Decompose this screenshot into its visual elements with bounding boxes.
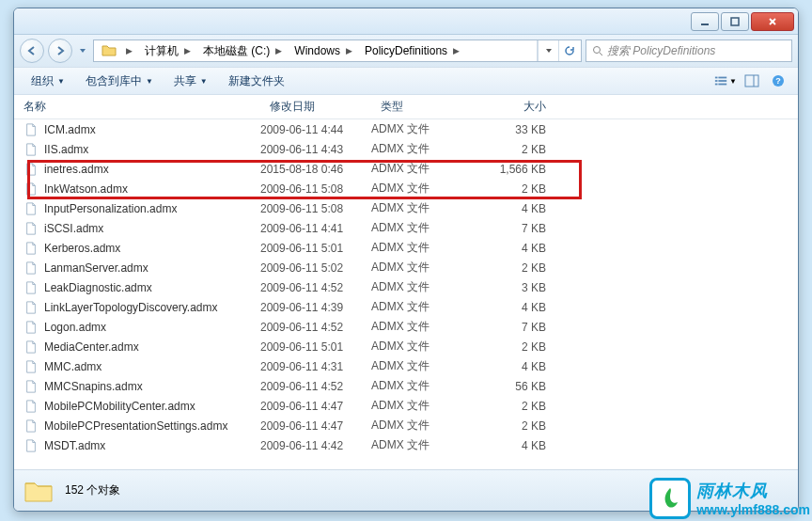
forward-button[interactable] xyxy=(48,39,72,63)
file-name: MobilePCPresentationSettings.admx xyxy=(44,419,260,433)
file-size: 33 KB xyxy=(480,123,565,136)
breadcrumb-label: PolicyDefinitions xyxy=(365,44,447,57)
file-row[interactable]: MMC.admx2009-06-11 4:31ADMX 文件4 KB xyxy=(14,356,798,376)
file-type: ADMX 文件 xyxy=(371,319,480,335)
file-type: ADMX 文件 xyxy=(371,418,480,434)
file-type: ADMX 文件 xyxy=(371,161,480,177)
newfolder-button[interactable]: 新建文件夹 xyxy=(219,70,294,92)
file-name: MSDT.admx xyxy=(44,439,260,452)
history-dropdown[interactable] xyxy=(76,47,89,55)
file-date: 2009-06-11 4:31 xyxy=(260,360,371,373)
file-date: 2015-08-18 0:46 xyxy=(260,163,371,176)
preview-pane-button[interactable] xyxy=(740,71,764,91)
file-row[interactable]: Logon.admx2009-06-11 4:52ADMX 文件7 KB xyxy=(14,317,798,337)
file-row[interactable]: LanmanServer.admx2009-06-11 5:02ADMX 文件2… xyxy=(14,258,798,277)
svg-rect-1 xyxy=(731,18,739,25)
file-row[interactable]: Kerberos.admx2009-06-11 5:01ADMX 文件4 KB xyxy=(14,238,798,258)
include-button[interactable]: 包含到库中▼ xyxy=(76,70,163,92)
breadcrumb-policydefinitions[interactable]: PolicyDefinitions▶ xyxy=(359,40,466,61)
svg-rect-6 xyxy=(715,77,718,79)
file-date: 2009-06-11 4:43 xyxy=(260,143,371,156)
file-size: 2 KB xyxy=(480,419,565,433)
file-row[interactable]: InputPersonalization.admx2009-06-11 5:08… xyxy=(14,198,798,218)
file-row[interactable]: MobilePCMobilityCenter.admx2009-06-11 4:… xyxy=(14,396,798,416)
column-name[interactable]: 名称 xyxy=(14,99,260,115)
file-name: MediaCenter.admx xyxy=(44,340,260,354)
file-icon xyxy=(23,202,39,215)
file-name: MobilePCMobilityCenter.admx xyxy=(44,400,260,413)
svg-rect-9 xyxy=(718,80,726,82)
file-date: 2009-06-11 5:01 xyxy=(260,340,371,354)
breadcrumb-windows[interactable]: Windows▶ xyxy=(289,40,359,61)
file-date: 2009-06-11 4:41 xyxy=(260,222,371,235)
file-size: 3 KB xyxy=(480,281,565,294)
close-button[interactable] xyxy=(751,12,794,31)
maximize-button[interactable] xyxy=(721,12,749,31)
file-type: ADMX 文件 xyxy=(371,141,480,157)
file-row[interactable]: ICM.admx2009-06-11 4:44ADMX 文件33 KB xyxy=(14,119,798,139)
file-size: 4 KB xyxy=(480,242,565,255)
file-type: ADMX 文件 xyxy=(371,220,480,236)
search-input[interactable]: 搜索 PolicyDefinitions xyxy=(586,39,792,62)
file-type: ADMX 文件 xyxy=(371,181,480,197)
file-row[interactable]: LeakDiagnostic.admx2009-06-11 4:52ADMX 文… xyxy=(14,277,798,297)
file-icon xyxy=(23,321,39,334)
file-type: ADMX 文件 xyxy=(371,358,480,374)
column-type[interactable]: 类型 xyxy=(371,99,480,115)
file-icon xyxy=(23,182,39,196)
file-row[interactable]: IIS.admx2009-06-11 4:43ADMX 文件2 KB xyxy=(14,139,798,159)
file-icon xyxy=(23,242,39,255)
file-row[interactable]: MMCSnapins.admx2009-06-11 4:52ADMX 文件56 … xyxy=(14,376,798,396)
column-date[interactable]: 修改日期 xyxy=(260,99,371,115)
help-button[interactable]: ? xyxy=(766,71,790,91)
file-type: ADMX 文件 xyxy=(371,398,480,414)
file-icon xyxy=(23,281,39,294)
file-date: 2009-06-11 5:08 xyxy=(260,182,371,196)
breadcrumb-computer[interactable]: 计算机▶ xyxy=(139,40,197,61)
file-size: 7 KB xyxy=(480,321,565,334)
file-type: ADMX 文件 xyxy=(371,260,480,276)
breadcrumb-dropdown[interactable] xyxy=(538,40,558,61)
svg-rect-11 xyxy=(718,84,726,86)
back-button[interactable] xyxy=(20,39,44,63)
file-type: ADMX 文件 xyxy=(371,299,480,315)
object-count: 152 个对象 xyxy=(65,482,120,498)
file-row[interactable]: MSDT.admx2009-06-11 4:42ADMX 文件4 KB xyxy=(14,435,798,455)
breadcrumb-label: Windows xyxy=(294,44,340,57)
file-type: ADMX 文件 xyxy=(371,437,480,453)
file-row[interactable]: inetres.admx2015-08-18 0:46ADMX 文件1,566 … xyxy=(14,159,798,179)
file-size: 7 KB xyxy=(480,222,565,235)
file-icon xyxy=(23,400,39,413)
file-type: ADMX 文件 xyxy=(371,378,480,394)
minimize-button[interactable] xyxy=(691,12,719,31)
organize-button[interactable]: 组织▼ xyxy=(22,70,74,92)
column-size[interactable]: 大小 xyxy=(480,99,565,115)
file-size: 2 KB xyxy=(480,400,565,413)
view-button[interactable]: ▼ xyxy=(713,71,738,91)
breadcrumb[interactable]: ▶ 计算机▶ 本地磁盘 (C:)▶ Windows▶ PolicyDefinit… xyxy=(93,39,582,62)
file-size: 56 KB xyxy=(480,380,565,393)
svg-rect-12 xyxy=(745,75,758,87)
file-row[interactable]: MobilePCPresentationSettings.admx2009-06… xyxy=(14,416,798,435)
column-headers: 名称 修改日期 类型 大小 xyxy=(14,95,798,119)
file-row[interactable]: iSCSI.admx2009-06-11 4:41ADMX 文件7 KB xyxy=(14,218,798,238)
file-icon xyxy=(23,380,39,393)
file-name: LeakDiagnostic.admx xyxy=(44,281,260,294)
watermark-title: 雨林木风 xyxy=(696,480,810,502)
file-size: 4 KB xyxy=(480,439,565,452)
file-row[interactable]: InkWatson.admx2009-06-11 5:08ADMX 文件2 KB xyxy=(14,179,798,198)
file-name: MMCSnapins.admx xyxy=(44,380,260,393)
breadcrumb-drive[interactable]: 本地磁盘 (C:)▶ xyxy=(197,40,289,61)
file-list: 名称 修改日期 类型 大小 ICM.admx2009-06-11 4:44ADM… xyxy=(14,95,798,469)
folder-icon xyxy=(23,477,54,505)
breadcrumb-root[interactable]: ▶ xyxy=(96,40,139,61)
breadcrumb-label: 计算机 xyxy=(145,43,179,59)
file-row[interactable]: MediaCenter.admx2009-06-11 5:01ADMX 文件2 … xyxy=(14,337,798,356)
file-date: 2009-06-11 5:08 xyxy=(260,202,371,215)
share-button[interactable]: 共享▼ xyxy=(164,70,217,92)
file-row[interactable]: LinkLayerTopologyDiscovery.admx2009-06-1… xyxy=(14,297,798,317)
file-size: 1,566 KB xyxy=(480,163,565,176)
refresh-button[interactable] xyxy=(558,40,579,61)
file-size: 2 KB xyxy=(480,143,565,156)
file-date: 2009-06-11 4:52 xyxy=(260,281,371,294)
